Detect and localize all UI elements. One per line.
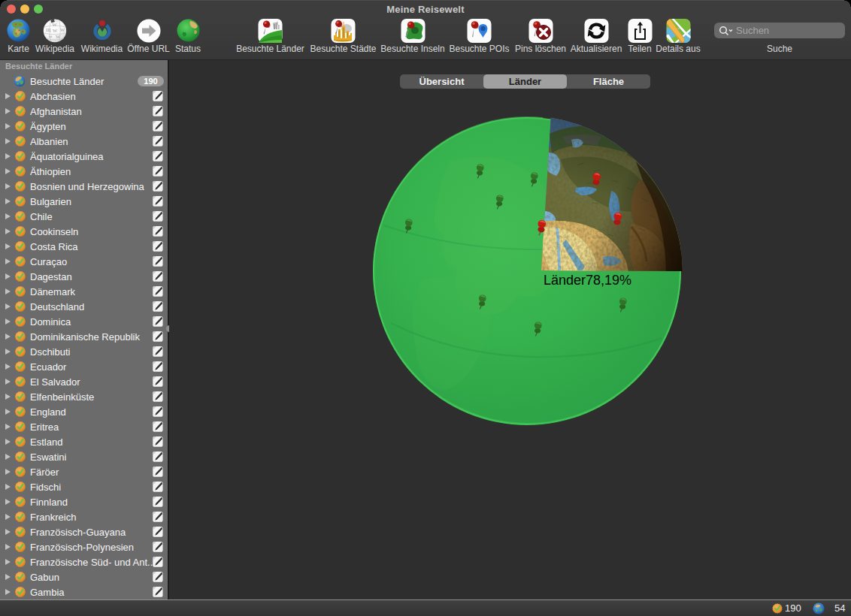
svg-text:ω: ω (49, 33, 53, 38)
svg-text:Щ: Щ (46, 27, 51, 32)
svg-text:Länder78,19%: Länder78,19% (544, 273, 631, 288)
svg-text:W: W (60, 27, 65, 32)
svg-text:W: W (56, 34, 61, 39)
svg-text:W: W (53, 22, 58, 27)
svg-text:W: W (53, 28, 58, 33)
